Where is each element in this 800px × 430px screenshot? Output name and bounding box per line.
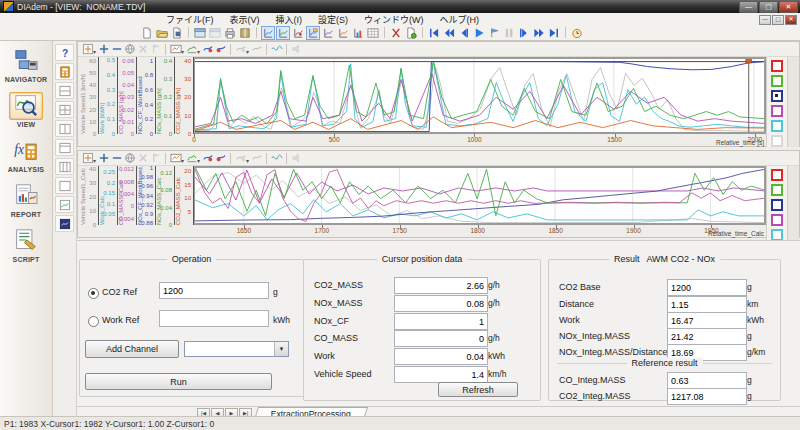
report-gen-icon[interactable] — [55, 196, 74, 213]
axis5-icon[interactable] — [321, 26, 335, 40]
play-icon[interactable] — [472, 26, 486, 40]
zoom-run-icon[interactable] — [201, 152, 214, 165]
chart1-scroll-strip[interactable] — [787, 57, 799, 147]
legend-channel-checkbox-5[interactable] — [771, 135, 783, 147]
zoom-run2-icon[interactable] — [214, 152, 227, 165]
plus-icon[interactable] — [97, 152, 110, 165]
close-button[interactable]: ✕ — [779, 1, 798, 13]
layout-4-icon[interactable] — [55, 139, 74, 156]
zoom-run4-icon[interactable] — [250, 152, 263, 165]
channel-combobox[interactable]: ▼ — [184, 341, 289, 357]
co2-ref-input[interactable] — [159, 282, 269, 299]
rew-icon[interactable] — [442, 26, 456, 40]
axis2-icon[interactable] — [276, 26, 290, 40]
chart1-plot[interactable]: 0500100015002000Relative_time [s] — [194, 57, 766, 147]
axis3-icon[interactable] — [291, 26, 305, 40]
legend-channel-checkbox-3[interactable] — [771, 105, 783, 117]
pause-icon[interactable] — [502, 26, 516, 40]
globe-icon[interactable] — [123, 152, 136, 165]
doc-open-icon[interactable] — [155, 26, 169, 40]
result-row-value[interactable] — [667, 279, 747, 296]
doc-view-icon[interactable] — [170, 26, 184, 40]
axis6-icon[interactable] — [336, 26, 350, 40]
script-new-icon[interactable] — [404, 26, 418, 40]
cursor-row-value[interactable] — [394, 277, 488, 294]
chevron-down-icon[interactable]: ▾ — [197, 48, 200, 55]
wave-icon[interactable] — [270, 152, 283, 165]
table-icon[interactable] — [366, 26, 380, 40]
cursor-row-value[interactable] — [394, 313, 488, 330]
chevron-down-icon[interactable]: ▾ — [181, 48, 184, 55]
book-icon[interactable] — [238, 26, 252, 40]
minus-icon[interactable] — [110, 43, 123, 56]
result-row-value[interactable] — [667, 296, 747, 313]
ffwd-icon[interactable] — [532, 26, 546, 40]
y-axis-1[interactable]: Work [kWh]00.10.20.30.40.5 — [99, 57, 118, 134]
menu-item-4[interactable]: ウィンドウ(W) — [356, 13, 432, 26]
y-axis-4[interactable]: NOx_MASS_Calc00.040.080.12 — [156, 166, 175, 225]
legend-channel-checkbox-3[interactable] — [771, 214, 783, 226]
plus-icon[interactable] — [97, 43, 110, 56]
legend-channel-checkbox-0[interactable] — [771, 169, 783, 181]
layout-1-icon[interactable] — [55, 82, 74, 99]
add-channel-button[interactable]: Add Channel — [85, 340, 179, 358]
clock-icon[interactable] — [570, 26, 584, 40]
cursor-row-value[interactable] — [394, 366, 488, 383]
legend-channel-checkbox-2[interactable] — [771, 90, 783, 102]
cut-icon[interactable] — [389, 26, 403, 40]
speaker-icon[interactable] — [290, 152, 303, 165]
step-fwd-icon[interactable] — [517, 26, 531, 40]
flag-icon[interactable] — [149, 152, 162, 165]
work-ref-input[interactable] — [159, 310, 269, 327]
legend-channel-checkbox-1[interactable] — [771, 75, 783, 87]
step-back-icon[interactable] — [457, 26, 471, 40]
view-mode-icon[interactable] — [55, 215, 74, 232]
zoom-run2-icon[interactable] — [214, 43, 227, 56]
result-row-value[interactable] — [667, 312, 747, 329]
menu-item-5[interactable]: ヘルプ(H) — [432, 13, 488, 26]
mdi-minimize-button[interactable]: — — [759, 15, 771, 25]
x-icon[interactable] — [136, 152, 149, 165]
layout-5-icon[interactable] — [55, 158, 74, 175]
sidebar-item-analysis[interactable]: fxANALYSIS — [0, 137, 52, 173]
layout-3-icon[interactable] — [55, 120, 74, 137]
minus-icon[interactable] — [110, 152, 123, 165]
zoom-run3-icon[interactable] — [234, 43, 247, 56]
menu-item-1[interactable]: 表示(V) — [222, 13, 268, 26]
menu-item-3[interactable]: 設定(S) — [310, 13, 356, 26]
chevron-down-icon[interactable]: ▼ — [274, 342, 288, 356]
chevron-down-icon[interactable]: ▾ — [93, 157, 96, 164]
chevron-down-icon[interactable]: ▾ — [181, 157, 184, 164]
x-icon[interactable] — [136, 43, 149, 56]
reference-row-value[interactable] — [667, 388, 747, 405]
cursor-row-value[interactable] — [394, 330, 488, 347]
calc-icon[interactable] — [55, 63, 74, 80]
panel-icon[interactable] — [208, 26, 222, 40]
y-axis-5[interactable]: CO2_MASS_Calc5101520 — [175, 166, 194, 225]
help-icon[interactable]: ? — [55, 44, 74, 61]
y-axis-2[interactable]: CO_MASS [g/h]00.010.020.030.040.050.06 — [118, 57, 137, 134]
co2-ref-radio[interactable] — [88, 288, 99, 299]
skip-end-icon[interactable] — [547, 26, 561, 40]
y-axis-3[interactable]: NOx_CF_WorkBased_Calc0.880.90.920.940.96… — [137, 166, 156, 225]
layout-6-icon[interactable] — [55, 177, 74, 194]
cursor-row-value[interactable] — [394, 348, 488, 365]
y-axis-3[interactable]: NOx_CF_WorkBased00.20.40.60.81 — [137, 57, 156, 134]
plot-canvas[interactable] — [194, 57, 766, 134]
menu-item-2[interactable]: 挿入(I) — [268, 13, 311, 26]
sidebar-item-navigator[interactable]: NAVIGATOR — [0, 47, 52, 83]
legend-channel-checkbox-0[interactable] — [771, 60, 783, 72]
run-button[interactable]: Run — [85, 373, 272, 390]
zoom-run-icon[interactable] — [201, 43, 214, 56]
sidebar-item-view[interactable]: VIEW — [0, 92, 52, 128]
legend-channel-checkbox-4[interactable] — [771, 120, 783, 132]
layout-2-icon[interactable] — [55, 101, 74, 118]
maximize-button[interactable]: ▢ — [759, 1, 778, 13]
sidebar-item-script[interactable]: SCRIPT — [0, 227, 52, 263]
speaker-icon[interactable] — [290, 43, 303, 56]
axis1-icon[interactable] — [261, 26, 275, 40]
sidebar-item-report[interactable]: REPORT — [0, 182, 52, 218]
menu-item-0[interactable]: ファイル(F) — [158, 13, 222, 26]
skip-start-icon[interactable] — [427, 26, 441, 40]
zoom-run4-icon[interactable] — [250, 43, 263, 56]
